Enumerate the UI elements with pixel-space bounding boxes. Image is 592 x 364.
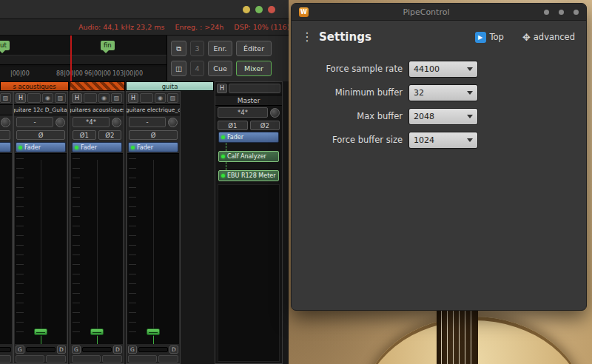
hatch-icon[interactable]: ▨	[55, 93, 66, 103]
strip-rec-box[interactable]	[140, 93, 153, 103]
minimize-icon[interactable]	[243, 6, 250, 13]
analyzer-processor[interactable]: Calf Analyzer	[218, 151, 279, 162]
strip-hide-button[interactable]: H	[16, 93, 26, 103]
pipecontrol-titlebar[interactable]: W PipeControl	[292, 4, 586, 21]
max-buffer-select[interactable]: 2048	[408, 108, 478, 125]
processor-label: EBU R128 Meter	[227, 172, 275, 179]
dsp-status: DSP: 10% (116)	[234, 23, 289, 31]
force-buffer-select[interactable]: 1024	[408, 132, 478, 149]
ruler-band[interactable]	[0, 55, 166, 65]
fader-handle[interactable]	[90, 328, 104, 335]
strip-name[interactable]: guitare 12c D_Guita_	[14, 104, 67, 115]
minimize-icon[interactable]	[544, 10, 549, 15]
close-icon[interactable]	[574, 10, 579, 15]
editor-button[interactable]: Éditer	[236, 41, 272, 56]
group-tab-acoustic[interactable]: s acoustiques	[0, 81, 69, 91]
strip-preset[interactable]: -	[129, 117, 166, 127]
trim-knob[interactable]	[1, 118, 10, 127]
menu-kebab-icon[interactable]: ⋮	[301, 31, 313, 43]
phase-button[interactable]: Ø2	[250, 121, 280, 130]
master-preset[interactable]: *4*	[218, 107, 268, 118]
daw-status-toolbar: Audio: 44,1 kHz 23,2 ms Enreg. : >24h DS…	[0, 19, 289, 36]
mixer-button[interactable]: Mixer	[236, 61, 272, 76]
meter-box	[16, 355, 44, 363]
duplicate-icon-button[interactable]: ⧉	[171, 41, 186, 56]
min-buffer-select[interactable]: 32	[408, 84, 478, 101]
fader-processor-label: Fader	[24, 144, 41, 151]
master-processor-area[interactable]	[218, 184, 280, 362]
daw-window: Audio: 44,1 kHz 23,2 ms Enreg. : >24h DS…	[0, 0, 289, 364]
eye-icon[interactable]: ◉	[42, 93, 53, 103]
record-button[interactable]: Enr.	[208, 41, 232, 56]
strip-name[interactable]: guitares acoustiques	[70, 104, 124, 115]
strip-preset[interactable]: *4*	[73, 117, 110, 127]
fader-well[interactable]	[71, 153, 123, 344]
strip-rec-box[interactable]	[27, 93, 41, 103]
fader-handle[interactable]	[147, 328, 160, 335]
fader-processor[interactable]: Fader	[16, 142, 66, 152]
maximize-icon[interactable]	[255, 6, 263, 13]
strip-name[interactable]: guitare electrique_c	[127, 104, 180, 115]
time-ruler[interactable]: |00|00 88|00|00 96|00|00 103|00|00	[0, 67, 166, 81]
fader-well[interactable]	[15, 153, 67, 344]
trim-knob[interactable]	[112, 118, 121, 127]
strip-hide-button[interactable]: H	[72, 93, 82, 103]
layout-3-button[interactable]: 3	[190, 41, 204, 56]
strip-name[interactable]	[0, 104, 13, 115]
marker-fin[interactable]: fin	[101, 41, 115, 50]
close-icon[interactable]	[268, 6, 275, 13]
trim-knob[interactable]	[270, 108, 280, 118]
strip-hide-button[interactable]: H	[217, 84, 227, 93]
tape-icon-button[interactable]: ◫	[171, 61, 186, 76]
cue-button[interactable]: Cue	[208, 61, 232, 76]
marker-out[interactable]: ut	[0, 41, 10, 50]
phase-button[interactable]: Ø	[0, 130, 10, 140]
trim-knob[interactable]	[168, 118, 178, 127]
maximize-icon[interactable]	[559, 10, 564, 15]
strip-preset[interactable]: -	[16, 117, 53, 127]
fader-track	[153, 160, 154, 338]
eye-icon[interactable]: ◉	[98, 93, 110, 103]
daw-titlebar[interactable]	[0, 0, 289, 19]
group-tab-acoustic-hatched[interactable]	[70, 81, 125, 91]
master-strip: H Master *4* Ø1 Ø2 Fader	[215, 81, 283, 364]
fader-well[interactable]	[0, 153, 12, 344]
layout-4-button[interactable]: 4	[190, 61, 204, 76]
trim-knob[interactable]	[56, 118, 65, 127]
phase-button[interactable]: Ø2	[98, 130, 122, 140]
fader-processor[interactable]	[0, 142, 11, 152]
fader-well[interactable]	[127, 153, 179, 344]
advanced-icon[interactable]: ✥	[522, 32, 531, 43]
timeline[interactable]: ut fin |00|00 88|00|00 96|00|00 103|00|0…	[0, 36, 167, 81]
pan-slider[interactable]	[26, 347, 56, 352]
pan-slider[interactable]	[0, 347, 11, 352]
top-button[interactable]: Top	[490, 32, 504, 42]
group-tab-electric[interactable]: guita	[126, 81, 214, 91]
top-icon[interactable]: ▶	[475, 32, 486, 43]
eye-icon[interactable]: ◉	[155, 93, 166, 103]
strip-rec-box[interactable]	[229, 84, 280, 93]
meter-processor[interactable]: EBU R128 Meter	[218, 170, 279, 181]
pan-slider[interactable]	[82, 347, 112, 352]
strip-hide-button[interactable]: H	[128, 93, 138, 103]
phase-button[interactable]: Ø1	[73, 130, 96, 140]
field-label: Minimum buffer	[292, 87, 408, 98]
master-name[interactable]: Master	[215, 95, 282, 106]
hatch-icon[interactable]: ▨	[0, 93, 11, 103]
sample-rate-select[interactable]: 44100	[408, 61, 478, 78]
master-fader-processor[interactable]: Fader	[218, 132, 279, 143]
hatch-icon[interactable]: ▨	[111, 93, 122, 103]
phase-button[interactable]: Ø	[16, 130, 65, 140]
advanced-button[interactable]: advanced	[534, 32, 575, 42]
fader-processor[interactable]: Fader	[128, 142, 178, 152]
ruler-tick: 103|00|00	[112, 70, 143, 77]
hatch-icon[interactable]: ▨	[167, 93, 178, 103]
fader-handle[interactable]	[34, 328, 47, 335]
phase-button[interactable]: Ø1	[218, 121, 248, 130]
fader-processor[interactable]: Fader	[72, 142, 122, 152]
pan-slider[interactable]	[138, 347, 168, 352]
playhead[interactable]	[70, 36, 72, 81]
strip-rec-box[interactable]	[84, 93, 97, 103]
chevron-down-icon	[467, 67, 473, 71]
phase-button[interactable]: Ø	[129, 130, 178, 140]
